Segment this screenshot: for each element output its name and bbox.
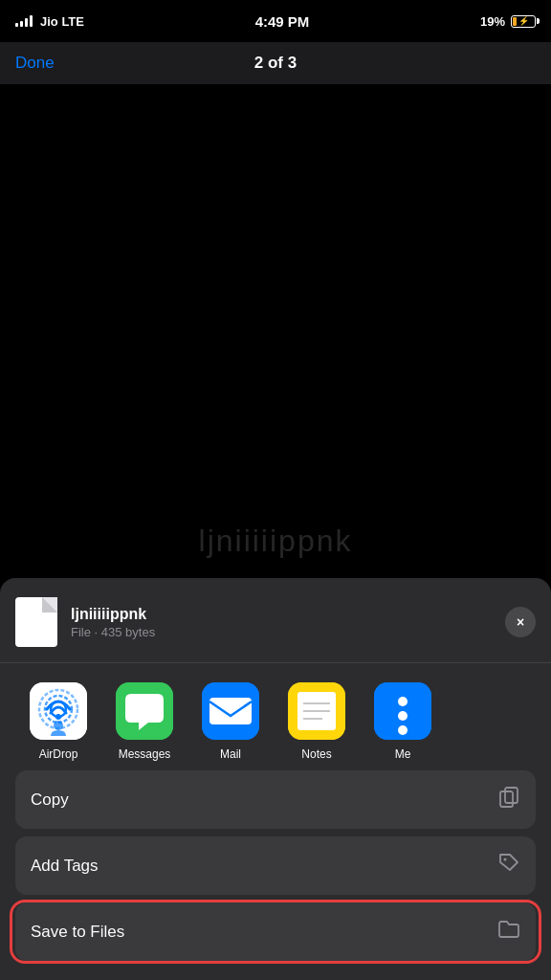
airdrop-label: AirDrop [39,747,78,761]
messages-label: Messages [119,747,171,761]
folder-icon [497,918,520,946]
battery-bolt-icon: ⚡ [518,16,529,26]
file-icon [15,597,57,647]
file-header: ljniiiiippnk File · 435 bytes × [0,578,551,663]
svg-point-22 [504,858,507,861]
share-app-notes[interactable]: Notes [274,682,360,761]
more-label: Me [395,747,411,761]
nav-title: 2 of 3 [254,54,297,73]
battery-icon: ⚡ [511,15,536,28]
more-icon [374,682,431,740]
status-bar: Jio LTE 4:49 PM 19% ⚡ [0,0,551,42]
done-button[interactable]: Done [15,54,55,73]
svg-point-17 [398,697,408,706]
close-button[interactable]: × [505,607,536,637]
clock: 4:49 PM [255,13,310,30]
mail-icon [202,682,259,740]
status-right: 19% ⚡ [480,14,536,29]
action-section: Copy Add Tags Save to Files [0,770,551,961]
watermark-text: ljniiiiippnk [199,523,353,559]
file-info: ljniiiiippnk File · 435 bytes [71,606,505,639]
svg-point-18 [398,711,408,721]
save-to-files-button[interactable]: Save to Files [15,902,536,961]
share-app-mail[interactable]: Mail [187,682,274,761]
tag-icon [497,852,520,880]
battery-percent: 19% [480,14,505,29]
nav-bar: Done 2 of 3 [0,42,551,84]
mail-label: Mail [220,747,241,761]
save-to-files-label: Save to Files [31,923,124,942]
share-app-airdrop[interactable]: AirDrop [15,682,101,761]
signal-icon [15,15,33,27]
airdrop-icon [30,682,87,740]
share-sheet: ljniiiiippnk File · 435 bytes × [0,578,551,980]
svg-rect-10 [209,698,252,724]
notes-label: Notes [301,747,331,761]
status-left: Jio LTE [15,14,84,29]
file-meta: File · 435 bytes [71,625,505,639]
copy-label: Copy [31,791,69,810]
file-name: ljniiiiippnk [71,606,505,623]
messages-icon [116,682,173,740]
svg-rect-21 [500,791,513,807]
copy-button[interactable]: Copy [15,770,536,829]
carrier-label: Jio LTE [40,14,84,29]
add-tags-label: Add Tags [31,857,99,876]
share-apps-row: AirDrop Messages Mail [0,663,551,770]
svg-point-19 [398,725,408,735]
battery-fill [513,17,517,26]
svg-point-7 [54,721,63,730]
share-app-more[interactable]: Me [360,682,446,761]
notes-icon [288,682,345,740]
share-app-messages[interactable]: Messages [101,682,187,761]
copy-icon [497,786,520,813]
add-tags-button[interactable]: Add Tags [15,836,536,895]
svg-rect-20 [505,788,518,803]
svg-point-6 [55,714,61,720]
